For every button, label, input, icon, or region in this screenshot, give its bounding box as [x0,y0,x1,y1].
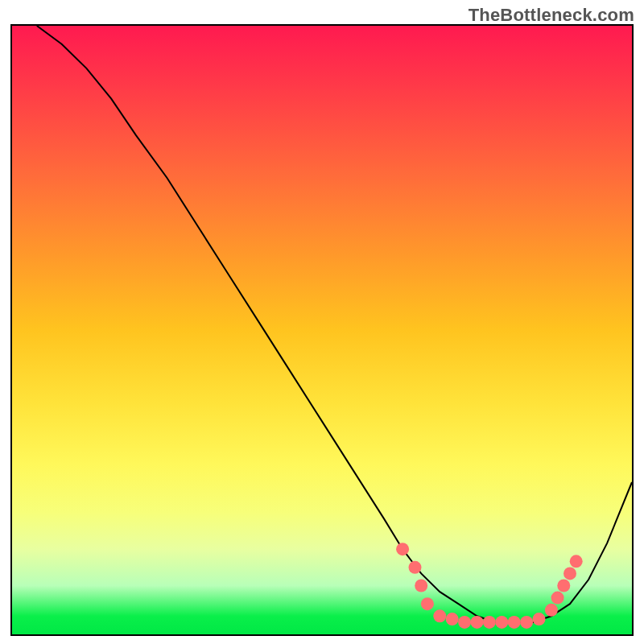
curve-dot [458,616,471,629]
curve-dot [433,609,446,622]
curve-dot [495,616,508,629]
curve-dot [564,567,576,580]
curve-layer [12,26,632,634]
curve-dot [483,616,496,629]
curve-dot [421,597,434,610]
curve-dot [415,580,427,592]
curve-dot [471,616,484,629]
curve-dot [570,555,583,568]
plot-area [10,24,634,636]
curve-dot [545,604,558,617]
chart-frame: TheBottleneck.com [0,0,644,644]
curve-dot [409,561,422,574]
curve-dot [551,592,564,605]
curve-dot [557,580,570,592]
curve-dots-group [396,543,583,629]
curve-dot [396,543,409,555]
curve-dot [446,613,459,625]
curve-dot [520,616,533,629]
curve-dot [533,613,546,625]
curve-dot [508,616,521,629]
attribution-label: TheBottleneck.com [469,5,634,26]
bottleneck-curve [37,26,632,622]
